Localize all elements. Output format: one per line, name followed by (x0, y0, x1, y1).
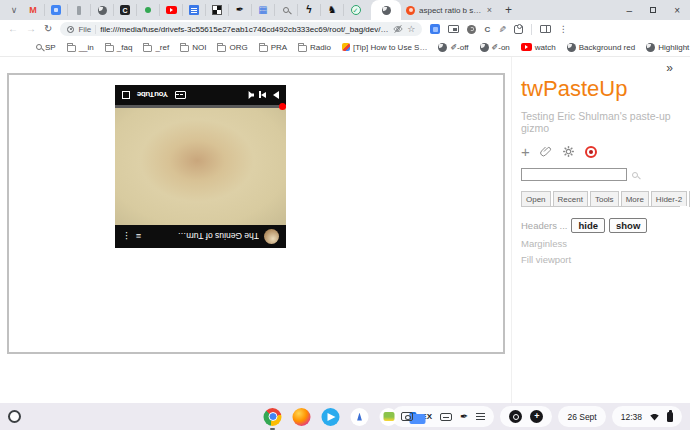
new-tiddler-icon[interactable]: + (521, 144, 530, 159)
bookmarklet-highlight-links[interactable]: Highlight links (646, 43, 690, 52)
site-info-icon[interactable] (67, 26, 74, 33)
pinned-tab-green[interactable] (137, 4, 160, 16)
chrome-app-icon[interactable] (264, 408, 282, 426)
reload-button[interactable]: ↻ (44, 24, 52, 34)
side-panel-icon[interactable] (540, 25, 551, 33)
notification-ring-icon[interactable] (509, 410, 522, 423)
bookmarklet-pen-off[interactable]: ✐-off (438, 43, 468, 52)
launcher-icon[interactable] (8, 410, 21, 423)
show-button[interactable]: show (609, 218, 647, 233)
settings-gear-icon[interactable] (562, 145, 575, 158)
stylus-icon[interactable]: ✒ (460, 411, 468, 422)
pinned-tab-rider[interactable]: ♞ (321, 4, 344, 16)
subtitles-icon[interactable] (175, 91, 186, 99)
bookmark-folder-noi[interactable]: NOI (180, 43, 206, 52)
bookmark-folder-pra[interactable]: PRA (259, 43, 287, 52)
tab-hider-2[interactable]: Hider-2 (651, 191, 687, 206)
bookmark-tip[interactable]: [Tip] How to Use S… (342, 43, 427, 52)
pinned-tab-check[interactable]: ✓ (344, 4, 367, 16)
tab-more[interactable]: More (621, 191, 649, 206)
progress-scrubber[interactable] (279, 103, 286, 110)
watch-later-icon[interactable]: ≡ (136, 232, 141, 242)
picture-in-picture-icon[interactable] (448, 25, 459, 33)
next-icon[interactable] (261, 92, 266, 98)
tab-aspect-ratio-paper[interactable]: aspect ratio b series paper at D… × (401, 0, 497, 20)
bookmarklet-pen-on[interactable]: ✐-on (480, 43, 510, 52)
youtube-logo[interactable]: YouTube (137, 91, 168, 100)
eye-off-icon[interactable] (393, 24, 403, 34)
date-pill[interactable]: 26 Sept (558, 406, 605, 427)
tab-tools[interactable]: Tools (590, 191, 619, 206)
close-window-button[interactable]: × (674, 5, 680, 16)
screencast-icon[interactable] (401, 412, 413, 421)
channel-avatar[interactable] (264, 229, 279, 244)
telegram-app-icon[interactable] (322, 408, 340, 426)
play-icon[interactable] (273, 91, 279, 99)
record-icon[interactable] (585, 146, 597, 158)
pinned-tab-globe[interactable] (91, 4, 114, 16)
youtube-player-rotated[interactable]: The Genius of Turn… ≡ ⋮ YouTube (115, 85, 286, 248)
blue-figure-app-icon[interactable] (351, 408, 369, 426)
extensions-puzzle-icon[interactable] (514, 25, 523, 34)
pinned-tab-search[interactable] (275, 4, 298, 16)
bookmark-watch[interactable]: watch (521, 43, 556, 52)
bookmark-folder-in[interactable]: __in (67, 43, 94, 52)
dropper-extension-icon[interactable]: ✎ (497, 25, 507, 33)
notification-plus-icon[interactable]: + (530, 410, 543, 423)
omnibox[interactable]: File file:///media/fuse/drivefs-3c55615e… (60, 22, 422, 36)
pinned-tab-gmail[interactable]: M (22, 4, 45, 16)
new-tab-button[interactable]: + (505, 3, 512, 17)
bookmark-folder-faq[interactable]: _faq (105, 43, 133, 52)
pinned-tab-docs[interactable] (183, 4, 206, 16)
site-title[interactable]: twPasteUp (521, 76, 680, 102)
url-text[interactable]: file:///media/fuse/drivefs-3c55615e27eab… (100, 25, 389, 34)
session-extension-icon[interactable] (467, 25, 476, 34)
bookmarklet-background-red[interactable]: Background red (567, 43, 635, 52)
tab-open[interactable]: Open (521, 191, 551, 206)
tab-recent[interactable]: Recent (553, 191, 588, 206)
video-title[interactable]: The Genius of Turn… (146, 232, 259, 242)
pinned-tab-photos[interactable] (45, 4, 68, 16)
player-more-icon[interactable]: ⋮ (122, 232, 131, 242)
browser-menu-icon[interactable]: ⋮ (559, 24, 568, 34)
tab-search-icon[interactable]: ∨ (6, 5, 22, 15)
pinned-tab-pen[interactable]: ✒ (229, 4, 252, 16)
pinned-tab-runner[interactable]: ϟ (298, 4, 321, 16)
bookmark-folder-ref[interactable]: _ref (143, 43, 169, 52)
tab-session-icon[interactable]: C (484, 25, 490, 34)
pinned-tab-youtube[interactable] (160, 4, 183, 16)
headers-row: Headers ... hide show (521, 218, 680, 233)
sidebar-collapse-icon[interactable]: » (666, 61, 673, 75)
firefox-app-icon[interactable] (293, 408, 311, 426)
status-pill[interactable]: 12:38 (612, 406, 682, 427)
pinned-tab-c-app[interactable]: C (114, 4, 137, 16)
blue-extension-icon[interactable] (430, 24, 440, 34)
restore-button[interactable] (650, 7, 656, 13)
volume-icon[interactable] (245, 91, 254, 99)
back-button[interactable]: ← (8, 24, 18, 34)
playlist-icon[interactable] (476, 413, 485, 415)
fullscreen-icon[interactable] (122, 91, 130, 99)
close-tab-icon[interactable]: × (487, 5, 492, 15)
link-marginless[interactable]: Marginless (521, 238, 680, 249)
video-frame[interactable] (115, 108, 286, 225)
sidebar-search-input[interactable] (521, 168, 627, 181)
keyboard-icon[interactable] (440, 413, 452, 421)
paperclip-icon[interactable] (540, 145, 552, 158)
progress-bar[interactable] (115, 105, 286, 108)
forward-button[interactable]: → (26, 24, 36, 34)
search-icon[interactable] (632, 172, 638, 178)
pinned-tab-grid[interactable]: ▦ (252, 4, 275, 16)
bookmark-sp[interactable]: SP (36, 43, 56, 52)
photo-app-icon[interactable] (380, 408, 398, 426)
minimize-button[interactable]: – (627, 5, 633, 16)
link-fill-viewport[interactable]: Fill viewport (521, 254, 680, 265)
bookmark-folder-org[interactable]: ORG (217, 43, 247, 52)
hide-button[interactable]: hide (571, 218, 605, 233)
tab-favicon (406, 6, 415, 15)
pinned-tab-checker[interactable] (206, 4, 229, 16)
bookmark-folder-radio[interactable]: Radio (298, 43, 331, 52)
bookmark-star-icon[interactable]: ☆ (407, 24, 415, 34)
active-tab[interactable] (371, 0, 401, 20)
pinned-tab-phone[interactable] (68, 4, 91, 16)
